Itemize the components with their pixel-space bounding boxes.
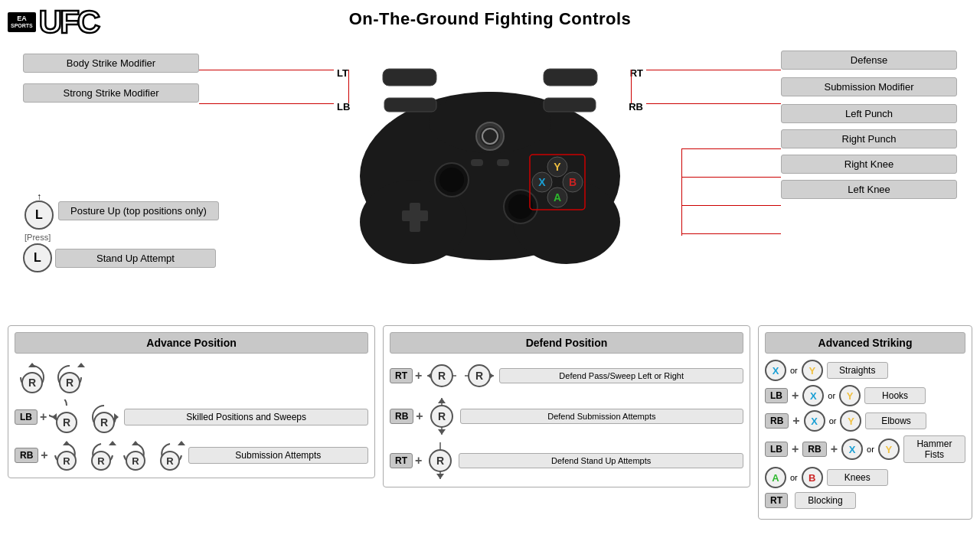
lb-btn-2: LB — [15, 409, 38, 425]
svg-text:Y: Y — [554, 161, 561, 173]
standup-label: Stand Up Attempt — [55, 249, 216, 268]
svg-text:R: R — [438, 410, 446, 422]
r-circle-2-svg: R — [52, 360, 87, 395]
svg-text:R: R — [438, 370, 446, 382]
svg-marker-37 — [114, 413, 119, 421]
knees-label: Knees — [827, 469, 888, 486]
svg-marker-31 — [77, 363, 85, 367]
svg-marker-43 — [109, 441, 116, 445]
advanced-striking-section: Advanced Striking X or Y Straights LB + … — [758, 325, 972, 520]
rb-btn-3: RB — [15, 448, 38, 463]
rt-adv: RT — [765, 493, 788, 508]
hammer-fists-label: Hammer Fists — [903, 435, 965, 463]
body-strike-label: Body Strike Modifier — [23, 54, 199, 73]
defend-position-header: Defend Position — [390, 332, 743, 354]
svg-marker-61 — [438, 398, 446, 403]
rb-adv: RB — [765, 413, 789, 429]
y-btn-4: Y — [878, 439, 900, 460]
controller-svg: Y X B A — [345, 46, 635, 276]
x-btn-4: X — [841, 439, 863, 460]
svg-text:R: R — [475, 370, 483, 382]
rt-btn-d3: RT — [390, 453, 413, 468]
svg-marker-66 — [436, 474, 444, 479]
rt-line-h — [646, 70, 781, 70]
left-stick-press-circle: L — [23, 243, 52, 272]
a-btn: A — [765, 467, 786, 488]
press-label: [Press] — [24, 233, 219, 242]
svg-rect-4 — [383, 69, 436, 86]
defend-position-section: Defend Position RT + R R — [383, 325, 750, 487]
advance-position-header: Advance Position — [15, 332, 368, 354]
defend-row-2: RB + R Defend Submission Attempts — [390, 396, 743, 436]
y-btn-1: Y — [802, 360, 823, 381]
rt-btn-d1: RT — [390, 368, 413, 383]
controller-section: Body Strike Modifier Strong Strike Modif… — [0, 38, 980, 329]
lknee-line — [681, 233, 781, 234]
svg-text:B: B — [569, 176, 577, 188]
controller-image: Y X B A — [345, 46, 635, 276]
rknee-line — [681, 205, 781, 206]
advance-row-3: RB + R R — [15, 439, 368, 471]
advance-row-2: LB + R R Skilled Positions and Sweeps — [15, 399, 368, 435]
svg-text:R: R — [100, 416, 108, 429]
strong-strike-label: Strong Strike Modifier — [23, 83, 199, 103]
straights-label: Straights — [827, 362, 888, 379]
x-btn-2: X — [802, 385, 824, 406]
svg-text:R: R — [63, 455, 70, 467]
adv-row-5: A or B Knees — [765, 467, 965, 488]
elbows-label: Elbows — [865, 412, 926, 429]
blocking-label: Blocking — [795, 492, 856, 509]
ea-logo: EA SPORTS — [8, 12, 36, 31]
defend-row-1: RT + R R Defend Pass/Swe — [390, 360, 743, 392]
left-stick-area: ↑ L Posture Up (top positions only) [Pre… — [23, 191, 219, 272]
svg-text:A: A — [554, 191, 561, 204]
svg-text:R: R — [66, 377, 74, 389]
left-punch-label: Left Punch — [781, 104, 957, 123]
rb-line-h — [646, 103, 781, 104]
adv-row-4: LB + RB + X or Y Hammer Fists — [765, 435, 965, 463]
svg-marker-28 — [28, 363, 36, 367]
lb-line-h — [199, 103, 334, 104]
advance-position-section: Advance Position R R — [8, 325, 375, 478]
page-title: On-The-Ground Fighting Controls — [0, 0, 980, 34]
y-btn-3: Y — [840, 410, 861, 432]
adv-row-6: RT Blocking — [765, 492, 965, 509]
skilled-positions-label: Skilled Positions and Sweeps — [124, 409, 368, 425]
x-btn-1: X — [765, 360, 786, 381]
defense-label: Defense — [781, 51, 957, 70]
svg-rect-7 — [544, 98, 596, 112]
svg-marker-49 — [178, 441, 185, 445]
submission-attempts-label: Submission Attempts — [188, 447, 368, 464]
svg-text:R: R — [166, 455, 174, 467]
left-labels: Body Strike Modifier Strong Strike Modif… — [23, 54, 199, 103]
submission-modifier-label: Submission Modifier — [781, 77, 957, 96]
r-circle-1-svg: R — [15, 360, 50, 395]
advance-row-1: R R — [15, 360, 368, 395]
lt-line-h — [199, 70, 334, 70]
svg-point-14 — [508, 194, 533, 219]
svg-rect-26 — [497, 159, 509, 166]
rb-adv-4: RB — [802, 442, 826, 457]
defend-standup-label: Defend Stand Up Attempts — [459, 453, 743, 468]
ufc-logo: UFC — [39, 6, 98, 38]
rpunch-line — [681, 177, 781, 178]
svg-marker-46 — [132, 441, 139, 445]
logo-area: EA SPORTS UFC — [8, 6, 98, 38]
right-labels: Defense Submission Modifier Left Punch R… — [781, 51, 957, 199]
svg-marker-62 — [438, 429, 446, 435]
right-knee-label: Right Knee — [781, 155, 957, 174]
svg-text:X: X — [538, 176, 546, 188]
x-btn-3: X — [804, 410, 825, 432]
svg-text:R: R — [97, 455, 105, 467]
lpunch-line — [681, 148, 781, 149]
face-vline — [681, 148, 682, 236]
svg-text:R: R — [436, 455, 444, 467]
svg-rect-5 — [384, 98, 436, 112]
lb-adv-4: LB — [765, 442, 788, 457]
adv-row-2: LB + X or Y Hooks — [765, 385, 965, 406]
defend-submission-label: Defend Submission Attempts — [460, 409, 743, 424]
bottom-sections: Advance Position R R — [8, 325, 972, 520]
svg-text:R: R — [63, 416, 70, 429]
hooks-label: Hooks — [864, 387, 926, 404]
svg-marker-40 — [63, 441, 70, 445]
